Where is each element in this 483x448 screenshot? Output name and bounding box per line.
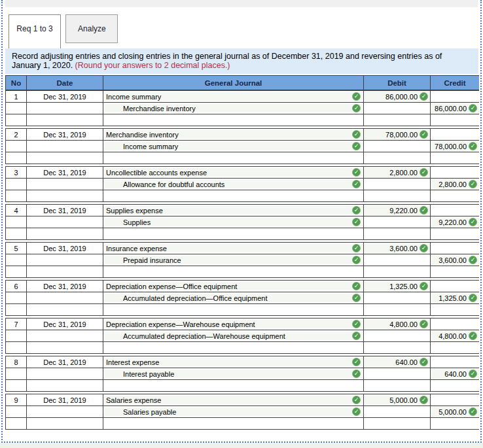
- entry-date-blank: [27, 216, 103, 228]
- credit-amount-cell-empty[interactable]: [431, 129, 480, 141]
- entry-date-blank: [27, 254, 103, 266]
- debit-amount: 5,000.00: [389, 396, 418, 404]
- credit-account-cell[interactable]: Merchandise inventory ✓: [103, 103, 364, 114]
- tab-bar: Req 1 to 3 Analyze: [9, 14, 479, 43]
- credit-account-cell[interactable]: Allowance for doubtful accounts ✓: [103, 179, 364, 190]
- debit-amount-cell[interactable]: 86,000.00 ✓: [364, 91, 431, 103]
- credit-amount-cell[interactable]: 2,800.00 ✓: [431, 179, 480, 190]
- debit-account-name: Interest expense: [103, 358, 352, 366]
- entry-no: 3: [6, 167, 27, 179]
- debit-row: 5 Dec 31, 2019 Insurance expense ✓ 3,600…: [6, 243, 480, 254]
- credit-amount-cell[interactable]: 9,220.00 ✓: [431, 216, 480, 228]
- spacer-row: [6, 152, 480, 164]
- credit-amount-cell-empty[interactable]: [431, 319, 480, 330]
- check-icon: ✓: [420, 282, 428, 290]
- debit-account-cell[interactable]: Income summary ✓: [103, 91, 364, 103]
- credit-amount-cell-empty[interactable]: [431, 167, 480, 179]
- entry-no: 9: [6, 394, 27, 406]
- debit-amount-cell-empty[interactable]: [364, 292, 431, 304]
- debit-amount-cell-empty[interactable]: [364, 216, 431, 228]
- credit-row: Income summary ✓ 78,000.00 ✓: [6, 141, 480, 152]
- credit-account-cell[interactable]: Interest payable ✓: [103, 368, 364, 380]
- debit-account-cell[interactable]: Salaries expense ✓: [103, 394, 364, 406]
- check-icon: ✓: [469, 332, 477, 340]
- debit-account-name: Insurance expense: [103, 245, 352, 252]
- credit-amount-cell[interactable]: 3,600.00 ✓: [431, 254, 480, 266]
- check-icon: ✓: [469, 142, 477, 150]
- credit-amount-cell[interactable]: 78,000.00 ✓: [431, 141, 480, 152]
- debit-amount-cell[interactable]: 4,800.00 ✓: [364, 319, 431, 330]
- debit-amount-cell-empty[interactable]: [364, 368, 431, 380]
- check-icon: ✓: [469, 256, 477, 264]
- credit-account-cell[interactable]: Prepaid insurance ✓: [103, 254, 364, 266]
- journal-entry: 7 Dec 31, 2019 Depreciation expense—Ware…: [5, 318, 479, 354]
- entry-no: 6: [6, 281, 27, 292]
- debit-amount: 86,000.00: [385, 93, 418, 101]
- credit-amount-cell[interactable]: 4,800.00 ✓: [431, 330, 480, 342]
- debit-amount-cell-empty[interactable]: [364, 406, 431, 418]
- content-area: Req 1 to 3 Analyze Record adjusting entr…: [5, 0, 479, 441]
- debit-amount-cell[interactable]: 78,000.00 ✓: [364, 129, 431, 141]
- debit-amount-cell-empty[interactable]: [364, 179, 431, 190]
- credit-account-cell[interactable]: Salaries payable ✓: [103, 406, 364, 418]
- journal-entry: 3 Dec 31, 2019 Uncollectible accounts ex…: [5, 166, 479, 202]
- check-icon: ✓: [352, 130, 361, 139]
- debit-account-cell[interactable]: Depreciation expense—Warehouse equipment…: [103, 319, 364, 330]
- debit-account-cell[interactable]: Merchandise inventory ✓: [103, 129, 364, 141]
- entry-no-blank: [6, 292, 27, 304]
- entry-date: Dec 31, 2019: [27, 205, 103, 216]
- check-icon: ✓: [352, 407, 361, 416]
- debit-account-cell[interactable]: Insurance expense ✓: [103, 243, 364, 254]
- credit-amount-cell-empty[interactable]: [431, 91, 480, 103]
- credit-amount-cell[interactable]: 86,000.00 ✓: [431, 103, 480, 114]
- top-band: [5, 0, 478, 7]
- debit-amount-cell-empty[interactable]: [364, 103, 431, 114]
- credit-amount-cell[interactable]: 640.00 ✓: [431, 368, 480, 380]
- journal-entry: 2 Dec 31, 2019 Merchandise inventory ✓ 7…: [5, 128, 479, 164]
- debit-account-cell[interactable]: Supplies expense ✓: [103, 205, 364, 216]
- tab-req-1-to-3[interactable]: Req 1 to 3: [9, 14, 61, 48]
- debit-account-name: Salaries expense: [103, 396, 352, 404]
- col-debit: Debit: [364, 76, 431, 90]
- debit-account-cell[interactable]: Depreciation expense—Office equipment ✓: [103, 281, 364, 292]
- credit-account-cell[interactable]: Accumulated depreciation—Office equipmen…: [103, 292, 364, 304]
- entry-no-blank: [6, 141, 27, 152]
- debit-amount: 640.00: [395, 358, 418, 366]
- debit-amount-cell-empty[interactable]: [364, 141, 431, 152]
- entry-no-blank: [6, 254, 27, 266]
- debit-amount-cell-empty[interactable]: [364, 254, 431, 266]
- entry-date-blank: [27, 141, 103, 152]
- spacer-row: [6, 190, 480, 202]
- debit-amount-cell[interactable]: 1,325.00 ✓: [364, 281, 431, 292]
- credit-account-cell[interactable]: Accumulated depreciation—Warehouse equip…: [103, 330, 364, 342]
- credit-row: Accumulated depreciation—Office equipmen…: [6, 292, 480, 304]
- check-icon: ✓: [469, 407, 477, 416]
- spacer-row: [6, 266, 480, 278]
- entry-no-blank: [6, 179, 27, 190]
- credit-row: Salaries payable ✓ 5,000.00 ✓: [6, 406, 480, 418]
- debit-amount-cell-empty[interactable]: [364, 330, 431, 342]
- debit-amount-cell[interactable]: 9,220.00 ✓: [364, 205, 431, 216]
- debit-amount-cell[interactable]: 3,600.00 ✓: [364, 243, 431, 254]
- debit-account-cell[interactable]: Uncollectible accounts expense ✓: [103, 167, 364, 179]
- credit-amount-cell-empty[interactable]: [431, 356, 480, 368]
- credit-amount-cell[interactable]: 5,000.00 ✓: [431, 406, 480, 418]
- credit-amount-cell-empty[interactable]: [431, 205, 480, 216]
- check-icon: ✓: [352, 294, 361, 302]
- credit-account-cell[interactable]: Supplies ✓: [103, 216, 364, 228]
- debit-amount-cell[interactable]: 640.00 ✓: [364, 356, 431, 368]
- credit-amount-cell-empty[interactable]: [431, 394, 480, 406]
- tab-analyze[interactable]: Analyze: [65, 14, 118, 43]
- journal-entry: 6 Dec 31, 2019 Depreciation expense—Offi…: [5, 280, 479, 316]
- debit-account-cell[interactable]: Interest expense ✓: [103, 356, 364, 368]
- credit-amount: 78,000.00: [435, 143, 467, 150]
- credit-account-cell[interactable]: Income summary ✓: [103, 141, 364, 152]
- journal-header-row: No Date General Journal Debit Credit: [6, 76, 480, 90]
- debit-amount-cell[interactable]: 5,000.00 ✓: [364, 394, 431, 406]
- credit-amount-cell-empty[interactable]: [431, 243, 480, 254]
- credit-amount-cell[interactable]: 1,325.00 ✓: [431, 292, 480, 304]
- credit-account-name: Supplies: [103, 218, 352, 226]
- debit-amount-cell[interactable]: 2,800.00 ✓: [364, 167, 431, 179]
- entry-no: 8: [6, 356, 27, 368]
- credit-amount-cell-empty[interactable]: [431, 281, 480, 292]
